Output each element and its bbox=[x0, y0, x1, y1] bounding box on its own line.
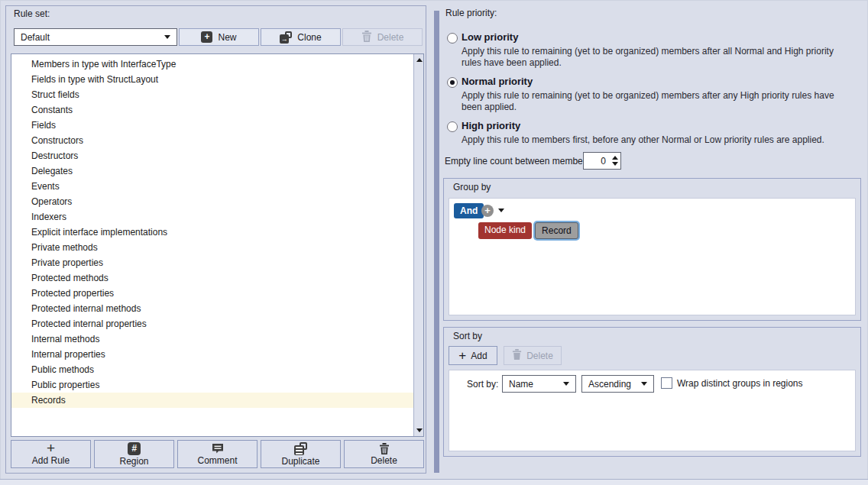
list-item[interactable]: Events bbox=[11, 179, 413, 194]
high-priority-label[interactable]: High priority bbox=[462, 120, 520, 131]
delete-rule-label: Delete bbox=[371, 455, 397, 466]
node-kind-chip[interactable]: Node kind bbox=[478, 222, 532, 239]
add-sort-button[interactable]: + Add bbox=[449, 346, 497, 365]
high-priority-description: Apply this rule to members first, before… bbox=[462, 134, 856, 146]
scroll-up-icon[interactable] bbox=[416, 58, 423, 62]
new-icon: + bbox=[201, 31, 212, 43]
plus-icon: + bbox=[47, 442, 55, 454]
trash-icon bbox=[379, 442, 390, 454]
list-item[interactable]: Fields in type with StructLayout bbox=[11, 72, 413, 87]
sort-by-row-label: Sort by: bbox=[467, 379, 498, 390]
delete-button-label: Delete bbox=[377, 32, 404, 43]
list-item[interactable]: Private properties bbox=[11, 255, 413, 270]
and-chip[interactable]: And bbox=[454, 203, 484, 218]
chevron-down-icon bbox=[164, 35, 170, 39]
rule-set-panel: Rule set: Default + New → Clone Delete bbox=[5, 5, 426, 474]
wrap-groups-checkbox[interactable] bbox=[661, 377, 672, 389]
clone-icon: → bbox=[280, 31, 292, 44]
rule-set-dropdown[interactable]: Default bbox=[14, 28, 177, 46]
high-priority-radio[interactable] bbox=[447, 121, 458, 132]
new-button[interactable]: + New bbox=[179, 28, 259, 46]
add-rule-button[interactable]: + Add Rule bbox=[11, 440, 91, 468]
sort-by-title: Sort by bbox=[453, 331, 482, 341]
spinner-up-icon[interactable] bbox=[612, 156, 618, 160]
chevron-down-icon bbox=[563, 382, 569, 386]
list-item[interactable]: Public properties bbox=[11, 377, 413, 393]
panel-splitter[interactable] bbox=[434, 11, 439, 473]
normal-priority-description: Apply this rule to remaining (yet to be … bbox=[462, 90, 856, 113]
duplicate-button[interactable]: Duplicate bbox=[261, 440, 341, 468]
list-item[interactable]: Members in type with InterfaceType bbox=[11, 57, 413, 72]
list-item[interactable]: Protected internal properties bbox=[11, 316, 413, 331]
wrap-groups-label[interactable]: Wrap distinct groups in regions bbox=[677, 378, 803, 389]
sort-direction-dropdown[interactable]: Ascending bbox=[581, 375, 654, 393]
comment-button[interactable]: Comment bbox=[177, 440, 257, 468]
list-item[interactable]: Protected internal methods bbox=[11, 301, 413, 316]
list-item[interactable]: Private methods bbox=[11, 240, 413, 255]
add-sort-label: Add bbox=[471, 351, 487, 361]
list-item[interactable]: Internal properties bbox=[11, 347, 413, 362]
list-item[interactable]: Indexers bbox=[11, 209, 413, 225]
sort-direction-value: Ascending bbox=[588, 379, 641, 390]
list-item[interactable]: Explicit interface implementations bbox=[11, 225, 413, 240]
comment-icon bbox=[212, 442, 224, 454]
plus-icon: + bbox=[458, 351, 466, 361]
sort-field-value: Name bbox=[509, 379, 563, 390]
rule-priority-label: Rule priority: bbox=[445, 8, 497, 18]
delete-sort-label: Delete bbox=[526, 351, 553, 361]
clone-button-label: Clone bbox=[297, 32, 321, 43]
record-chip[interactable]: Record bbox=[535, 222, 578, 239]
sort-by-box: Sort by + Add Delete Sort by: Name Ascen… bbox=[443, 327, 861, 457]
list-item[interactable]: Operators bbox=[11, 194, 413, 209]
clone-button[interactable]: → Clone bbox=[261, 28, 341, 46]
add-group-chevron-icon[interactable] bbox=[498, 209, 504, 212]
region-button[interactable]: # Region bbox=[94, 440, 174, 468]
delete-ruleset-button[interactable]: Delete bbox=[342, 28, 423, 46]
low-priority-radio[interactable] bbox=[447, 33, 458, 44]
new-button-label: New bbox=[218, 32, 236, 43]
add-rule-label: Add Rule bbox=[32, 455, 70, 466]
region-hash-icon: # bbox=[128, 442, 141, 455]
group-by-title: Group by bbox=[453, 182, 491, 192]
list-item[interactable]: Constructors bbox=[11, 133, 413, 148]
duplicate-icon bbox=[294, 442, 307, 455]
list-item[interactable]: Protected methods bbox=[11, 270, 413, 286]
trash-icon bbox=[361, 31, 372, 44]
low-priority-label[interactable]: Low priority bbox=[462, 31, 518, 43]
normal-priority-radio[interactable] bbox=[447, 77, 458, 88]
group-by-canvas: And + Node kind Record bbox=[449, 198, 856, 315]
list-item[interactable]: Internal methods bbox=[11, 331, 413, 347]
empty-line-count-label: Empty line count between members: bbox=[445, 156, 593, 167]
list-item[interactable]: Constants bbox=[11, 102, 413, 118]
trash-icon bbox=[512, 349, 522, 362]
delete-rule-button[interactable]: Delete bbox=[344, 440, 424, 468]
list-item-selected[interactable]: Records bbox=[11, 393, 413, 408]
rule-list: Members in type with InterfaceType Field… bbox=[11, 53, 424, 437]
normal-priority-label[interactable]: Normal priority bbox=[462, 76, 533, 87]
list-item[interactable]: Public methods bbox=[11, 362, 413, 377]
group-by-box: Group by And + Node kind Record bbox=[443, 178, 861, 321]
list-item[interactable]: Delegates bbox=[11, 163, 413, 179]
rule-actions-toolbar: + Add Rule # Region Comment Duplicate bbox=[11, 440, 424, 468]
rule-set-dropdown-value: Default bbox=[21, 32, 164, 43]
duplicate-label: Duplicate bbox=[281, 456, 319, 467]
add-group-icon[interactable]: + bbox=[481, 205, 494, 217]
rule-set-label: Rule set: bbox=[14, 8, 50, 19]
spinner-down-icon[interactable] bbox=[612, 162, 618, 166]
list-item[interactable]: Struct fields bbox=[11, 87, 413, 102]
list-item[interactable]: Fields bbox=[11, 118, 413, 133]
delete-sort-button[interactable]: Delete bbox=[504, 346, 562, 365]
chevron-down-icon bbox=[641, 382, 647, 386]
region-label: Region bbox=[119, 456, 148, 467]
empty-line-count-spinner[interactable]: 0 bbox=[583, 152, 621, 170]
low-priority-description: Apply this rule to remaining (yet to be … bbox=[462, 46, 856, 69]
comment-label: Comment bbox=[197, 455, 237, 466]
scrollbar[interactable] bbox=[413, 54, 423, 436]
sort-by-canvas: Sort by: Name Ascending Wrap distinct gr… bbox=[449, 370, 856, 451]
window-bottom-strip bbox=[0, 480, 868, 485]
spinner-value: 0 bbox=[584, 156, 609, 167]
sort-field-dropdown[interactable]: Name bbox=[502, 375, 576, 393]
list-item[interactable]: Destructors bbox=[11, 148, 413, 163]
scroll-down-icon[interactable] bbox=[416, 428, 423, 432]
list-item[interactable]: Protected properties bbox=[11, 286, 413, 301]
